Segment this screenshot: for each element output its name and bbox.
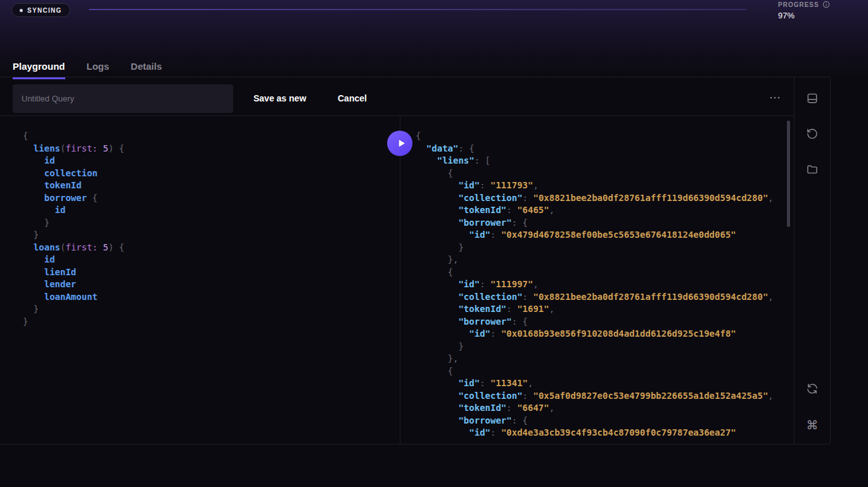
saved-queries-icon — [806, 92, 819, 105]
tab-bar: Playground Logs Details — [13, 61, 162, 79]
query-history-button[interactable] — [803, 124, 822, 143]
save-as-new-button[interactable]: Save as new — [252, 91, 307, 106]
query-editor-code: { liens(first: 5) { id collection tokenI… — [23, 130, 400, 328]
query-editor[interactable]: { liens(first: 5) { id collection tokenI… — [0, 116, 400, 444]
progress-bar — [89, 9, 767, 10]
tab-logs[interactable]: Logs — [87, 61, 110, 79]
results-scrollbar[interactable] — [787, 120, 790, 227]
sync-dot-icon — [20, 9, 23, 12]
play-icon — [394, 136, 408, 150]
progress-fill — [89, 9, 746, 10]
keyboard-shortcuts-button[interactable]: ⌘ — [803, 415, 822, 434]
sidebar-right-divider — [830, 77, 831, 444]
sync-status-badge: SYNCING — [11, 3, 70, 17]
tab-playground[interactable]: Playground — [13, 61, 65, 79]
more-options-button[interactable]: ⋯ — [764, 88, 786, 107]
info-icon[interactable] — [822, 1, 830, 8]
example-queries-button[interactable] — [803, 160, 822, 179]
saved-queries-button[interactable] — [803, 89, 822, 108]
bottom-divider — [0, 444, 830, 445]
progress-meta: PROGRESS 97% — [778, 1, 830, 20]
tab-details[interactable]: Details — [131, 61, 162, 79]
progress-value: 97% — [778, 11, 830, 20]
refresh-icon — [806, 382, 819, 395]
refresh-button[interactable] — [803, 379, 822, 398]
folder-icon — [806, 163, 819, 176]
sync-status-label: SYNCING — [27, 7, 62, 14]
query-name-input[interactable] — [13, 84, 233, 113]
run-query-button[interactable] — [387, 131, 412, 156]
sidebar-left-divider — [794, 77, 795, 444]
results-code: { "data": { "liens": [ { "id": "111793",… — [416, 130, 794, 439]
history-icon — [806, 127, 819, 140]
progress-label: PROGRESS — [778, 1, 819, 8]
results-pane: { "data": { "liens": [ { "id": "111793",… — [400, 116, 794, 444]
cancel-button[interactable]: Cancel — [336, 91, 368, 106]
